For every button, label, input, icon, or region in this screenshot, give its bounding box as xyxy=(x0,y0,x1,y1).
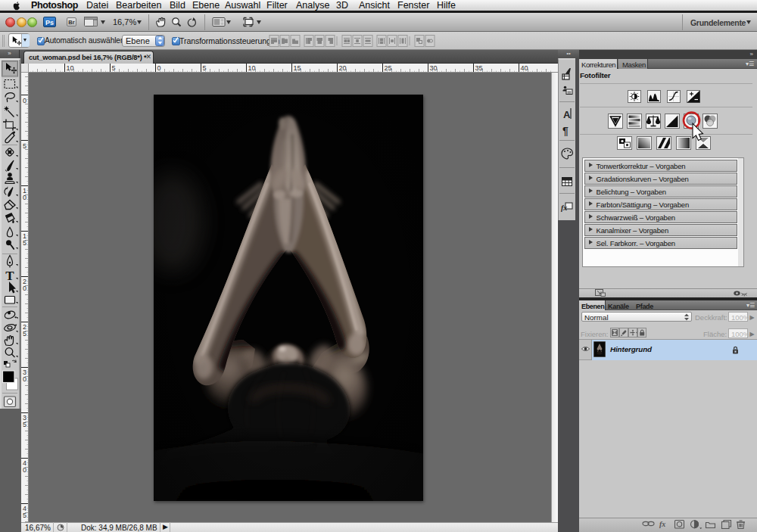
svg-text:0: 0 xyxy=(23,466,26,474)
svg-text:¶: ¶ xyxy=(562,125,569,137)
svg-text:A: A xyxy=(563,109,571,120)
svg-text:15: 15 xyxy=(294,64,301,72)
svg-text:5: 5 xyxy=(23,421,26,428)
svg-text:5: 5 xyxy=(112,64,116,72)
svg-text:0: 0 xyxy=(23,375,26,383)
svg-text:20: 20 xyxy=(339,64,347,72)
svg-text:0: 0 xyxy=(157,64,161,72)
svg-text:30: 30 xyxy=(430,64,438,72)
svg-text:0: 0 xyxy=(23,194,26,201)
svg-text:0: 0 xyxy=(23,97,26,104)
svg-text:fx: fx xyxy=(659,520,665,528)
svg-text:5: 5 xyxy=(203,64,207,72)
svg-text:fx: fx xyxy=(561,204,567,212)
svg-text:10: 10 xyxy=(248,64,256,72)
svg-text:5: 5 xyxy=(23,512,26,519)
svg-text:0: 0 xyxy=(23,285,26,292)
svg-text:25: 25 xyxy=(385,64,392,72)
svg-text:40: 40 xyxy=(521,64,528,72)
svg-text:10: 10 xyxy=(67,64,74,72)
svg-text:5: 5 xyxy=(23,142,26,150)
svg-text:T: T xyxy=(5,269,14,283)
svg-text:35: 35 xyxy=(475,64,483,72)
svg-text:5: 5 xyxy=(23,239,26,247)
svg-text:5: 5 xyxy=(23,330,26,338)
